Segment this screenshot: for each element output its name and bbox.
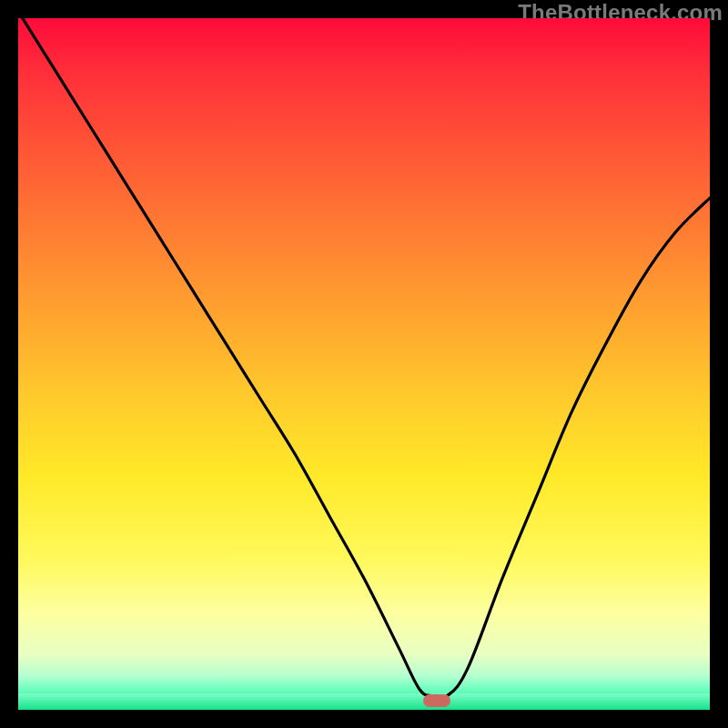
bottleneck-curve xyxy=(18,18,710,699)
curve-svg xyxy=(18,18,710,710)
plot-area xyxy=(18,18,710,710)
chart-frame: TheBottleneck.com xyxy=(0,0,728,728)
optimal-marker xyxy=(423,694,450,707)
